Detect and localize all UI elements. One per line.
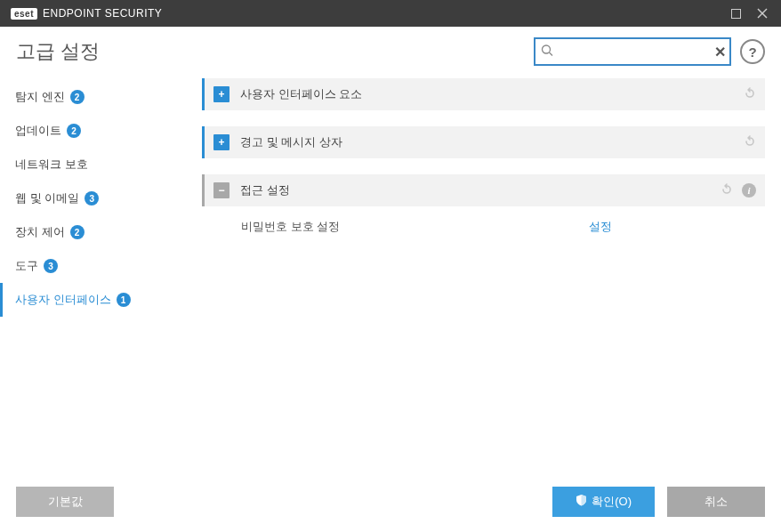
default-button[interactable]: 기본값 xyxy=(16,487,114,517)
search-input[interactable] xyxy=(534,37,731,66)
sidebar-item-label: 웹 및 이메일 xyxy=(15,190,79,206)
plus-icon: + xyxy=(218,136,224,149)
sidebar-item-label: 장치 제어 xyxy=(15,224,65,240)
section-header[interactable]: − 접근 설정 i xyxy=(202,174,765,206)
content: + 사용자 인터페이스 요소 + 경고 및 메시지 상자 xyxy=(191,75,781,473)
section-alerts: + 경고 및 메시지 상자 xyxy=(202,126,765,158)
titlebar: eset ENDPOINT SECURITY xyxy=(0,0,781,27)
logo-badge: eset xyxy=(11,8,37,20)
sidebar-item-web-email[interactable]: 웹 및 이메일 3 xyxy=(0,181,191,215)
sidebar-item-detection-engine[interactable]: 탐지 엔진 2 xyxy=(0,80,191,114)
badge: 2 xyxy=(67,124,81,138)
badge: 3 xyxy=(44,259,58,273)
shield-icon xyxy=(576,494,587,509)
sidebar-item-network-protection[interactable]: 네트워크 보호 xyxy=(0,148,191,181)
info-icon: i xyxy=(747,185,750,196)
reset-button[interactable] xyxy=(720,182,733,198)
search-clear-button[interactable]: ✕ xyxy=(714,44,726,60)
question-icon: ? xyxy=(748,44,756,60)
section-access: − 접근 설정 i 비밀번호 보호 설정 설정 xyxy=(202,174,765,240)
section-header[interactable]: + 경고 및 메시지 상자 xyxy=(202,126,765,158)
sidebar-item-user-interface[interactable]: 사용자 인터페이스 1 xyxy=(0,283,191,317)
close-icon xyxy=(757,8,768,19)
maximize-icon xyxy=(731,9,741,19)
sidebar-item-tools[interactable]: 도구 3 xyxy=(0,249,191,283)
page-title: 고급 설정 xyxy=(16,38,525,65)
reset-button[interactable] xyxy=(743,134,756,150)
reset-button[interactable] xyxy=(743,86,756,102)
section-title: 사용자 인터페이스 요소 xyxy=(240,86,362,102)
setting-action-link[interactable]: 설정 xyxy=(589,219,612,235)
section-ui-elements: + 사용자 인터페이스 요소 xyxy=(202,78,765,110)
undo-icon xyxy=(743,86,756,100)
sidebar-item-device-control[interactable]: 장치 제어 2 xyxy=(0,215,191,249)
expand-button[interactable]: + xyxy=(213,86,229,102)
product-name: ENDPOINT SECURITY xyxy=(43,7,162,20)
footer: 기본값 확인(O) 취소 xyxy=(0,473,781,528)
svg-point-3 xyxy=(543,45,551,53)
expand-button[interactable]: + xyxy=(213,134,229,150)
search-box: ✕ xyxy=(534,37,731,66)
sidebar-item-label: 네트워크 보호 xyxy=(15,157,88,173)
product-logo: eset ENDPOINT SECURITY xyxy=(11,7,162,20)
section-body: 비밀번호 보호 설정 설정 xyxy=(202,206,765,240)
badge: 2 xyxy=(70,225,85,239)
section-title: 접근 설정 xyxy=(240,182,290,198)
sidebar-item-label: 탐지 엔진 xyxy=(15,89,65,105)
badge: 1 xyxy=(117,293,131,307)
section-title: 경고 및 메시지 상자 xyxy=(240,134,342,150)
info-button[interactable]: i xyxy=(742,183,756,197)
undo-icon xyxy=(720,182,733,196)
undo-icon xyxy=(743,134,756,148)
badge: 3 xyxy=(85,191,99,206)
svg-line-4 xyxy=(550,52,553,56)
svg-rect-0 xyxy=(731,9,740,18)
setting-row-password-protection: 비밀번호 보호 설정 설정 xyxy=(241,219,756,235)
sidebar: 탐지 엔진 2 업데이트 2 네트워크 보호 웹 및 이메일 3 장치 제어 2… xyxy=(0,75,191,473)
minus-icon: − xyxy=(218,184,224,197)
maximize-button[interactable] xyxy=(722,0,749,27)
header: 고급 설정 ✕ ? xyxy=(0,27,781,75)
setting-label: 비밀번호 보호 설정 xyxy=(241,219,340,235)
sidebar-item-update[interactable]: 업데이트 2 xyxy=(0,114,191,148)
close-button[interactable] xyxy=(749,0,776,27)
section-header[interactable]: + 사용자 인터페이스 요소 xyxy=(202,78,765,110)
sidebar-item-label: 사용자 인터페이스 xyxy=(15,292,111,308)
cancel-button[interactable]: 취소 xyxy=(667,487,765,517)
sidebar-item-label: 업데이트 xyxy=(15,123,61,139)
collapse-button[interactable]: − xyxy=(213,182,229,198)
badge: 2 xyxy=(70,90,85,104)
ok-button[interactable]: 확인(O) xyxy=(552,487,655,517)
sidebar-item-label: 도구 xyxy=(15,258,38,274)
search-icon xyxy=(541,44,553,60)
help-button[interactable]: ? xyxy=(740,39,765,64)
plus-icon: + xyxy=(218,88,224,101)
